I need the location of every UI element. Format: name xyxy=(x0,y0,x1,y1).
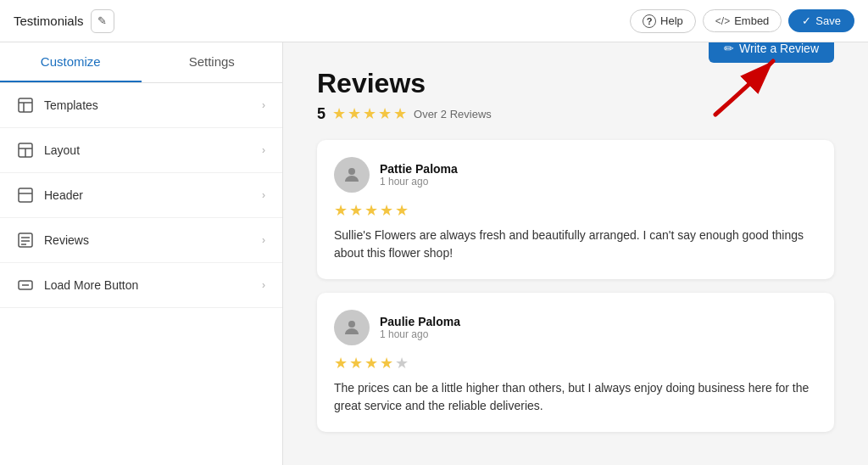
rating-number: 5 xyxy=(317,105,326,123)
pencil-icon: ✏ xyxy=(724,42,734,55)
help-button[interactable]: ? Help xyxy=(630,9,696,33)
star-3: ★ xyxy=(363,104,376,123)
load-more-label: Load More Button xyxy=(44,278,252,292)
help-icon: ? xyxy=(643,14,656,28)
star-4: ★ xyxy=(378,104,392,123)
embed-label: Embed xyxy=(734,14,769,27)
r2-star-4: ★ xyxy=(380,354,393,373)
save-label: Save xyxy=(815,14,841,27)
r2-star-2: ★ xyxy=(349,354,363,373)
edit-title-button[interactable]: ✎ xyxy=(91,9,114,33)
header-label: Header xyxy=(44,188,252,202)
sidebar-items-list: Templates › Layout › xyxy=(0,83,282,465)
review-header-1: Pattie Paloma 1 hour ago xyxy=(334,157,817,193)
chevron-right-icon: › xyxy=(262,99,265,111)
reviewer-info-2: Paulie Paloma 1 hour ago xyxy=(380,315,460,340)
load-more-icon xyxy=(17,277,34,294)
avatar-1 xyxy=(334,157,370,193)
embed-button[interactable]: </> Embed xyxy=(703,9,782,32)
r1-star-1: ★ xyxy=(334,201,348,220)
tab-settings[interactable]: Settings xyxy=(142,42,283,82)
reviewer-time-2: 1 hour ago xyxy=(380,328,460,340)
templates-label: Templates xyxy=(44,98,252,112)
layout-label: Layout xyxy=(44,143,252,157)
reviews-title: Reviews xyxy=(317,68,834,99)
sidebar-item-header[interactable]: Header › xyxy=(0,173,282,218)
reviewer-name-1: Pattie Paloma xyxy=(380,162,458,176)
content-area: ✏ Write a Review Reviews 5 ★ ★ ★ ★ ★ Ove… xyxy=(283,42,868,465)
r1-star-4: ★ xyxy=(380,201,393,220)
review-header-2: Paulie Paloma 1 hour ago xyxy=(334,310,817,345)
r2-star-1: ★ xyxy=(334,354,348,373)
embed-code-icon: </> xyxy=(715,15,730,27)
sidebar: Customize Settings Templates › xyxy=(0,42,283,465)
reviewer-name-2: Paulie Paloma xyxy=(380,315,460,328)
review-stars-2: ★ ★ ★ ★ ★ xyxy=(334,354,817,373)
page-title-text: Testimonials xyxy=(14,14,84,28)
reviewer-time-1: 1 hour ago xyxy=(380,176,458,188)
reviews-header-section: ✏ Write a Review Reviews 5 ★ ★ ★ ★ ★ Ove… xyxy=(317,68,834,140)
chevron-right-icon: › xyxy=(262,189,265,201)
chevron-right-icon: › xyxy=(262,144,265,156)
chevron-right-icon: › xyxy=(262,234,265,246)
sidebar-item-reviews[interactable]: Reviews › xyxy=(0,218,282,263)
star-1: ★ xyxy=(332,104,346,123)
sidebar-item-load-more[interactable]: Load More Button › xyxy=(0,263,282,308)
rating-text: Over 2 Reviews xyxy=(414,108,492,120)
reviews-label: Reviews xyxy=(44,233,252,247)
r1-star-5: ★ xyxy=(395,201,409,220)
reviews-summary: 5 ★ ★ ★ ★ ★ Over 2 Reviews xyxy=(317,104,834,123)
help-label: Help xyxy=(660,14,683,27)
avatar-2 xyxy=(334,310,370,345)
chevron-right-icon: › xyxy=(262,279,265,291)
review-text-1: Sullie's Flowers are always fresh and be… xyxy=(334,227,817,262)
write-review-button[interactable]: ✏ Write a Review xyxy=(709,42,834,63)
svg-rect-6 xyxy=(19,188,32,202)
main-layout: Customize Settings Templates › xyxy=(0,42,868,465)
page-title: Testimonials ✎ xyxy=(14,9,114,33)
topbar: Testimonials ✎ ? Help </> Embed ✓ Save xyxy=(0,0,868,42)
reviewer-info-1: Pattie Paloma 1 hour ago xyxy=(380,162,458,188)
review-card-1: Pattie Paloma 1 hour ago ★ ★ ★ ★ ★ Sulli… xyxy=(317,140,834,279)
header-icon xyxy=(17,187,34,204)
write-review-label: Write a Review xyxy=(739,42,819,55)
rating-stars: ★ ★ ★ ★ ★ xyxy=(332,104,407,123)
star-5: ★ xyxy=(393,104,407,123)
templates-icon xyxy=(17,97,34,114)
review-text-2: The prices can be a little higher than o… xyxy=(334,379,817,415)
sidebar-item-layout[interactable]: Layout › xyxy=(0,128,282,173)
topbar-actions: ? Help </> Embed ✓ Save xyxy=(630,9,854,33)
r2-star-3: ★ xyxy=(364,354,378,373)
review-card-2: Paulie Paloma 1 hour ago ★ ★ ★ ★ ★ The p… xyxy=(317,293,834,432)
r1-star-3: ★ xyxy=(364,201,378,220)
sidebar-tabs: Customize Settings xyxy=(0,42,282,83)
sidebar-item-templates[interactable]: Templates › xyxy=(0,83,282,128)
svg-rect-0 xyxy=(19,98,32,112)
save-check-icon: ✓ xyxy=(802,14,811,27)
review-stars-1: ★ ★ ★ ★ ★ xyxy=(334,201,817,220)
r1-star-2: ★ xyxy=(349,201,363,220)
r2-star-5: ★ xyxy=(395,354,409,373)
star-2: ★ xyxy=(348,104,361,123)
save-button[interactable]: ✓ Save xyxy=(788,9,854,32)
svg-point-15 xyxy=(348,168,355,175)
layout-icon xyxy=(17,142,34,159)
reviews-icon xyxy=(17,232,34,249)
tab-customize[interactable]: Customize xyxy=(0,42,142,82)
svg-point-16 xyxy=(348,321,355,328)
